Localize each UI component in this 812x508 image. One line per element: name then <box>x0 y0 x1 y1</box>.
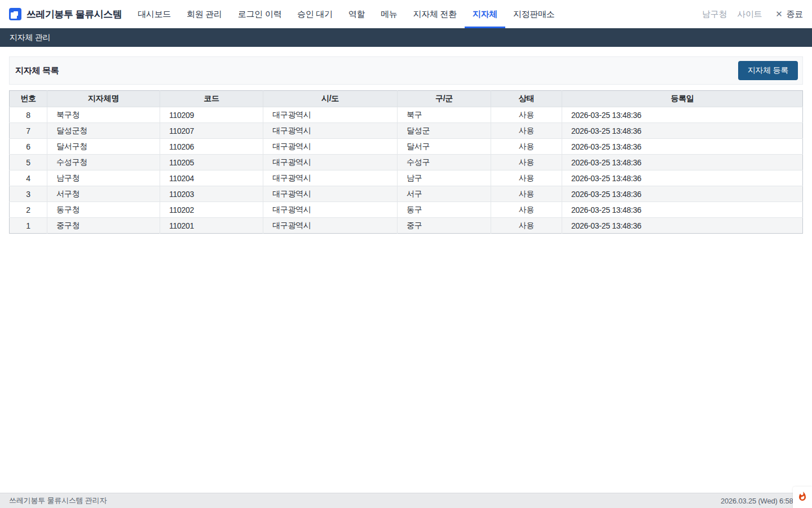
footer: 쓰레기봉투 물류시스템 관리자 2026.03.25 (Wed) 6:58:21 <box>0 493 812 508</box>
table-header: 번호지자체명코드시/도구/군상태등록일 <box>10 91 803 107</box>
table-cell: 6 <box>10 139 47 155</box>
register-button[interactable]: 지자체 등록 <box>738 61 798 80</box>
logout-button[interactable]: ✕ 종료 <box>775 9 803 20</box>
header-row: 번호지자체명코드시/도구/군상태등록일 <box>10 91 803 107</box>
table-cell: 중구청 <box>47 218 160 234</box>
table-cell: 북구청 <box>47 107 160 123</box>
table-cell: 달성군청 <box>47 123 160 139</box>
table-row[interactable]: 2동구청110202대구광역시동구사용2026-03-25 13:48:36 <box>10 202 803 218</box>
table-row[interactable]: 4남구청110204대구광역시남구사용2026-03-25 13:48:36 <box>10 170 803 186</box>
nav-item-link[interactable]: 메뉴 <box>373 0 405 28</box>
table-cell: 2026-03-25 13:48:36 <box>562 123 803 139</box>
table-cell: 3 <box>10 186 47 202</box>
table-cell: 110202 <box>160 202 263 218</box>
table-cell: 2026-03-25 13:48:36 <box>562 186 803 202</box>
table-cell: 대구광역시 <box>263 202 398 218</box>
table-cell: 110205 <box>160 155 263 170</box>
table-cell: 2026-03-25 13:48:36 <box>562 139 803 155</box>
table-cell: 7 <box>10 123 47 139</box>
table-cell: 사용 <box>491 202 562 218</box>
table-cell: 동구 <box>398 202 491 218</box>
table-cell: 110207 <box>160 123 263 139</box>
nav-item-link[interactable]: 승인 대기 <box>289 0 341 28</box>
column-header: 등록일 <box>562 91 803 107</box>
current-org-label: 남구청 <box>702 9 727 20</box>
footer-admin-label: 쓰레기봉투 물류시스템 관리자 <box>9 496 107 506</box>
table-cell: 대구광역시 <box>263 155 398 170</box>
brand[interactable]: 쓰레기봉투 물류시스템 <box>9 8 122 21</box>
table-row[interactable]: 3서구청110203대구광역시서구사용2026-03-25 13:48:36 <box>10 186 803 202</box>
table-cell: 110206 <box>160 139 263 155</box>
list-panel-header: 지자체 목록 지자체 등록 <box>9 56 803 85</box>
logout-label: 종료 <box>787 9 803 20</box>
nav-item-link[interactable]: 지자체 전환 <box>405 0 465 28</box>
close-icon: ✕ <box>775 9 782 19</box>
list-title: 지자체 목록 <box>15 65 59 76</box>
nav-item-link[interactable]: 역할 <box>341 0 373 28</box>
header-right: 남구청 사이트 ✕ 종료 <box>702 9 803 20</box>
table-cell: 4 <box>10 170 47 186</box>
table-cell: 수성구청 <box>47 155 160 170</box>
table-cell: 110201 <box>160 218 263 234</box>
nav-item-link[interactable]: 회원 관리 <box>179 0 230 28</box>
table-cell: 사용 <box>491 218 562 234</box>
footer-datetime: 2026.03.25 (Wed) 6:58:21 <box>721 497 803 505</box>
table-cell: 북구 <box>398 107 491 123</box>
table-cell: 2026-03-25 13:48:36 <box>562 107 803 123</box>
table-cell: 사용 <box>491 155 562 170</box>
table-cell: 110204 <box>160 170 263 186</box>
nav-item-link[interactable]: 지정판매소 <box>505 0 563 28</box>
table-cell: 서구 <box>398 186 491 202</box>
table-cell: 대구광역시 <box>263 139 398 155</box>
table-cell: 2 <box>10 202 47 218</box>
table-cell: 사용 <box>491 107 562 123</box>
top-header: 쓰레기봉투 물류시스템 대시보드회원 관리로그인 이력승인 대기역할메뉴지자체 … <box>0 0 812 28</box>
nav-item-active[interactable]: 지자체 <box>465 0 505 28</box>
table-cell: 사용 <box>491 139 562 155</box>
table-cell: 대구광역시 <box>263 218 398 234</box>
table-row[interactable]: 6달서구청110206대구광역시달서구사용2026-03-25 13:48:36 <box>10 139 803 155</box>
table-cell: 중구 <box>398 218 491 234</box>
table-cell: 사용 <box>491 123 562 139</box>
table-cell: 사용 <box>491 170 562 186</box>
content: 지자체 목록 지자체 등록 번호지자체명코드시/도구/군상태등록일 8북구청11… <box>9 56 803 234</box>
column-header: 시/도 <box>263 91 398 107</box>
table-cell: 5 <box>10 155 47 170</box>
table-cell: 2026-03-25 13:48:36 <box>562 170 803 186</box>
table-cell: 달성군 <box>398 123 491 139</box>
table-cell: 8 <box>10 107 47 123</box>
table-cell: 110203 <box>160 186 263 202</box>
page-title: 지자체 관리 <box>10 33 50 43</box>
table-cell: 대구광역시 <box>263 186 398 202</box>
column-header: 번호 <box>10 91 47 107</box>
table-row[interactable]: 5수성구청110205대구광역시수성구사용2026-03-25 13:48:36 <box>10 155 803 170</box>
nav-item-link[interactable]: 대시보드 <box>130 0 179 28</box>
table-cell: 2026-03-25 13:48:36 <box>562 202 803 218</box>
table-cell: 대구광역시 <box>263 170 398 186</box>
table-cell: 사용 <box>491 186 562 202</box>
site-link[interactable]: 사이트 <box>737 9 762 20</box>
main-nav: 대시보드회원 관리로그인 이력승인 대기역할메뉴지자체 전환지자체지정판매소 <box>130 0 562 28</box>
table-cell: 달서구 <box>398 139 491 155</box>
table-cell: 2026-03-25 13:48:36 <box>562 218 803 234</box>
table-cell: 1 <box>10 218 47 234</box>
table-cell: 대구광역시 <box>263 123 398 139</box>
column-header: 상태 <box>491 91 562 107</box>
table-row[interactable]: 1중구청110201대구광역시중구사용2026-03-25 13:48:36 <box>10 218 803 234</box>
table-row[interactable]: 8북구청110209대구광역시북구사용2026-03-25 13:48:36 <box>10 107 803 123</box>
table-cell: 대구광역시 <box>263 107 398 123</box>
table-row[interactable]: 7달성군청110207대구광역시달성군사용2026-03-25 13:48:36 <box>10 123 803 139</box>
page-title-bar: 지자체 관리 <box>0 28 812 47</box>
app-logo-icon <box>9 8 21 20</box>
column-header: 지자체명 <box>47 91 160 107</box>
debug-toolbar-button[interactable] <box>793 487 812 508</box>
table-cell: 2026-03-25 13:48:36 <box>562 155 803 170</box>
nav-item-link[interactable]: 로그인 이력 <box>230 0 289 28</box>
table-cell: 남구청 <box>47 170 160 186</box>
table-cell: 수성구 <box>398 155 491 170</box>
municipality-table: 번호지자체명코드시/도구/군상태등록일 8북구청110209대구광역시북구사용2… <box>9 90 803 234</box>
column-header: 코드 <box>160 91 263 107</box>
table-cell: 달서구청 <box>47 139 160 155</box>
table-cell: 동구청 <box>47 202 160 218</box>
app-title: 쓰레기봉투 물류시스템 <box>27 8 122 21</box>
